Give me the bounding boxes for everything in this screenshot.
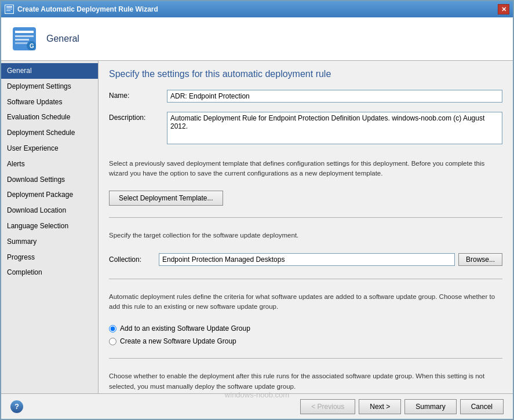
description-form-group: Description: Automatic Deployment Rule f… (109, 112, 502, 146)
header-title: General (46, 34, 79, 44)
sidebar-item-summary[interactable]: Summary (1, 234, 98, 250)
sidebar-item-download-settings[interactable]: Download Settings (1, 172, 98, 188)
sidebar-item-deployment-schedule[interactable]: Deployment Schedule (1, 125, 98, 141)
sidebar-item-progress[interactable]: Progress (1, 250, 98, 265)
collection-label: Collection: (109, 255, 155, 264)
svg-rect-1 (6, 6, 12, 8)
svg-rect-6 (15, 35, 34, 37)
content-area: Specify the settings for this automatic … (99, 61, 513, 393)
sidebar-item-general[interactable]: General (1, 63, 98, 79)
close-button[interactable]: ✕ (498, 4, 509, 14)
main-content: General Deployment Settings Software Upd… (1, 61, 513, 393)
previous-button[interactable]: < Previous (300, 399, 355, 414)
template-btn-row: Select Deployment Template... (109, 191, 502, 206)
radio-new[interactable] (109, 338, 116, 345)
svg-text:G: G (30, 43, 34, 49)
description-textarea[interactable]: Automatic Deployment Rule for Endpoint P… (167, 112, 502, 144)
radio-group: Add to an existing Software Update Group… (109, 324, 502, 345)
help-button[interactable]: ? (10, 400, 23, 413)
sidebar: General Deployment Settings Software Upd… (1, 61, 99, 393)
collection-target-info: Specify the target collection for the so… (109, 227, 502, 244)
radio-existing[interactable] (109, 325, 116, 333)
footer-left: ? (10, 400, 23, 413)
collection-row: Collection: Browse... (109, 253, 502, 266)
radio-new-item: Create a new Software Update Group (109, 337, 502, 345)
sidebar-item-software-updates[interactable]: Software Updates (1, 94, 98, 110)
svg-rect-2 (6, 9, 12, 9)
browse-button[interactable]: Browse... (458, 253, 502, 266)
next-button[interactable]: Next > (359, 399, 401, 414)
title-bar: Create Automatic Deployment Rule Wizard … (1, 1, 513, 17)
description-wrapper: Automatic Deployment Rule for Endpoint P… (167, 112, 502, 146)
sidebar-item-language-selection[interactable]: Language Selection (1, 218, 98, 234)
cancel-button[interactable]: Cancel (460, 399, 504, 414)
sidebar-item-user-experience[interactable]: User Experience (1, 141, 98, 156)
collection-input[interactable] (159, 253, 455, 266)
footer-buttons: < Previous Next > Summary Cancel (300, 399, 504, 414)
footer: ? < Previous Next > Summary Cancel (1, 393, 513, 419)
wizard-title-icon (5, 5, 14, 14)
radio-new-label: Create a new Software Update Group (120, 337, 236, 345)
sidebar-item-deployment-package[interactable]: Deployment Package (1, 187, 98, 203)
divider-1 (109, 217, 502, 218)
sidebar-item-completion[interactable]: Completion (1, 265, 98, 280)
title-bar-left: Create Automatic Deployment Rule Wizard (5, 5, 158, 14)
wizard-window: Create Automatic Deployment Rule Wizard … (0, 0, 514, 420)
name-input[interactable] (167, 90, 502, 103)
sidebar-item-alerts[interactable]: Alerts (1, 156, 98, 172)
select-template-button[interactable]: Select Deployment Template... (109, 191, 223, 206)
enable-info-text: Choose whether to enable the deployment … (109, 368, 502, 393)
sidebar-item-download-location[interactable]: Download Location (1, 203, 98, 218)
update-group-info: Automatic deployment rules define the cr… (109, 288, 502, 316)
name-label: Name: (109, 90, 167, 100)
name-form-group: Name: (109, 90, 502, 103)
divider-3 (109, 358, 502, 359)
divider-2 (109, 279, 502, 279)
svg-rect-3 (6, 10, 10, 11)
summary-button[interactable]: Summary (404, 399, 456, 414)
radio-existing-label: Add to an existing Software Update Group (120, 324, 250, 333)
sidebar-item-deployment-settings[interactable]: Deployment Settings (1, 79, 98, 94)
content-title: Specify the settings for this automatic … (109, 69, 502, 79)
sidebar-item-evaluation-schedule[interactable]: Evaluation Schedule (1, 109, 98, 125)
wizard-header: G General (1, 17, 513, 61)
wizard-header-icon: G (10, 25, 38, 53)
description-label: Description: (109, 112, 167, 122)
title-bar-text: Create Automatic Deployment Rule Wizard (17, 5, 158, 13)
radio-existing-item: Add to an existing Software Update Group (109, 324, 502, 333)
svg-rect-5 (15, 31, 34, 33)
svg-rect-7 (15, 39, 29, 41)
template-info-text: Select a previously saved deployment tem… (109, 155, 502, 182)
